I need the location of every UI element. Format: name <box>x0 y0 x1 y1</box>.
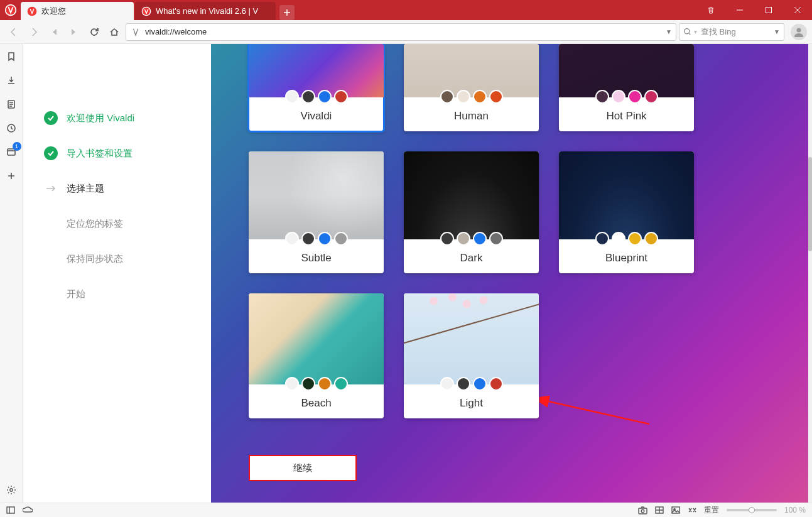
theme-card-beach[interactable]: Beach <box>249 293 384 418</box>
theme-name: Dark <box>404 252 539 273</box>
step-tabs[interactable]: 定位您的标签 <box>44 206 211 241</box>
rewind-button[interactable] <box>45 23 63 41</box>
panel-badge: 1 <box>13 142 21 151</box>
maximize-button[interactable] <box>754 0 783 20</box>
zoom-reset[interactable]: 重置 <box>704 505 719 516</box>
app-menu-button[interactable] <box>0 0 21 20</box>
toolbar: vivaldi://welcome ▼ ▾ 查找 Bing ▼ <box>0 20 812 44</box>
theme-card-hotpink[interactable]: Hot Pink <box>559 44 694 131</box>
vivaldi-icon <box>27 6 37 16</box>
scrollbar-track[interactable] <box>808 44 812 503</box>
welcome-steps: 欢迎使用 Vivaldi 导入书签和设置 选择主题 定位您的标签 保持同步状态 … <box>23 44 211 503</box>
svg-point-16 <box>641 509 644 513</box>
theme-card-light[interactable]: Light <box>404 293 539 418</box>
svg-point-11 <box>9 489 12 491</box>
theme-card-dark[interactable]: Dark <box>404 151 539 273</box>
close-button[interactable] <box>783 0 812 20</box>
page-actions-icon[interactable] <box>688 506 696 514</box>
svg-rect-18 <box>672 507 679 513</box>
chevron-down-icon: ▾ <box>694 28 697 35</box>
url-text: vivaldi://welcome <box>145 27 207 36</box>
back-button[interactable] <box>5 23 23 41</box>
home-button[interactable] <box>106 23 123 41</box>
notes-panel-icon[interactable] <box>4 97 19 112</box>
tab-strip: 欢迎您 What's new in Vivaldi 2.6 | V <box>21 0 295 20</box>
theme-name: Blueprint <box>559 252 694 273</box>
theme-palette <box>249 90 384 104</box>
settings-icon[interactable] <box>4 482 19 498</box>
sync-icon[interactable] <box>23 506 33 514</box>
profile-button[interactable] <box>791 24 807 40</box>
tab-active[interactable]: 欢迎您 <box>21 2 134 20</box>
zoom-level: 100 % <box>784 506 806 514</box>
add-panel-button[interactable] <box>4 168 19 183</box>
check-icon <box>44 111 58 125</box>
step-sync[interactable]: 保持同步状态 <box>44 241 211 276</box>
tab-title: What's new in Vivaldi 2.6 | V <box>156 6 258 16</box>
tab-inactive[interactable]: What's new in Vivaldi 2.6 | V <box>135 2 276 20</box>
panel-toggle-icon[interactable] <box>6 506 15 514</box>
page-content: 欢迎使用 Vivaldi 导入书签和设置 选择主题 定位您的标签 保持同步状态 … <box>23 44 812 503</box>
window-panel-icon[interactable]: 1 <box>4 144 19 160</box>
site-info-icon <box>131 28 140 36</box>
step-import[interactable]: 导入书签和设置 <box>44 136 211 171</box>
bookmarks-panel-icon[interactable] <box>4 49 19 64</box>
chevron-down-icon[interactable]: ▼ <box>666 28 672 35</box>
side-panel: 1 <box>0 44 23 503</box>
check-icon <box>44 146 58 160</box>
capture-icon[interactable] <box>638 506 647 514</box>
svg-rect-15 <box>639 508 647 514</box>
theme-name: Light <box>404 397 539 418</box>
zoom-knob[interactable] <box>749 507 755 513</box>
downloads-panel-icon[interactable] <box>4 73 19 88</box>
svg-point-6 <box>685 29 690 34</box>
chevron-down-icon[interactable]: ▼ <box>774 28 780 35</box>
theme-name: Vivaldi <box>249 110 384 131</box>
status-bar: 重置 100 % <box>0 503 812 517</box>
zoom-slider[interactable] <box>727 509 777 511</box>
tiling-icon[interactable] <box>655 506 664 514</box>
theme-area: Vivaldi Human Hot Pink Subtle <box>211 44 808 503</box>
search-icon <box>683 28 691 36</box>
theme-name: Hot Pink <box>559 110 694 131</box>
continue-button[interactable]: 继续 <box>249 455 357 481</box>
svg-rect-14 <box>7 507 14 513</box>
theme-name: Beach <box>249 397 384 418</box>
history-panel-icon[interactable] <box>4 121 19 136</box>
svg-rect-5 <box>766 8 772 13</box>
images-icon[interactable] <box>671 506 680 514</box>
reload-button[interactable] <box>85 23 103 41</box>
theme-card-subtle[interactable]: Subtle <box>249 151 384 273</box>
theme-card-blueprint[interactable]: Blueprint <box>559 151 694 273</box>
scrollbar-thumb[interactable] <box>808 157 812 251</box>
theme-card-vivaldi[interactable]: Vivaldi <box>249 44 384 131</box>
title-bar: 欢迎您 What's new in Vivaldi 2.6 | V <box>0 0 812 20</box>
tab-title: 欢迎您 <box>41 6 66 17</box>
step-start[interactable]: 开始 <box>44 276 211 312</box>
theme-name: Human <box>404 110 539 131</box>
minimize-button[interactable] <box>725 0 754 20</box>
theme-grid: Vivaldi Human Hot Pink Subtle <box>211 44 808 431</box>
theme-name: Subtle <box>249 252 384 273</box>
theme-card-human[interactable]: Human <box>404 44 539 131</box>
search-placeholder: 查找 Bing <box>701 26 736 38</box>
fast-forward-button[interactable] <box>65 23 83 41</box>
step-welcome[interactable]: 欢迎使用 Vivaldi <box>44 101 211 136</box>
forward-button[interactable] <box>25 23 43 41</box>
trash-button[interactable] <box>696 0 725 20</box>
window-controls <box>696 0 812 20</box>
new-tab-button[interactable] <box>279 5 295 20</box>
address-bar[interactable]: vivaldi://welcome ▼ <box>126 23 676 41</box>
arrow-right-icon <box>44 182 58 195</box>
search-box[interactable]: ▾ 查找 Bing ▼ <box>679 23 784 41</box>
svg-point-7 <box>797 28 801 32</box>
step-theme[interactable]: 选择主题 <box>44 171 211 206</box>
vivaldi-icon <box>141 6 151 16</box>
